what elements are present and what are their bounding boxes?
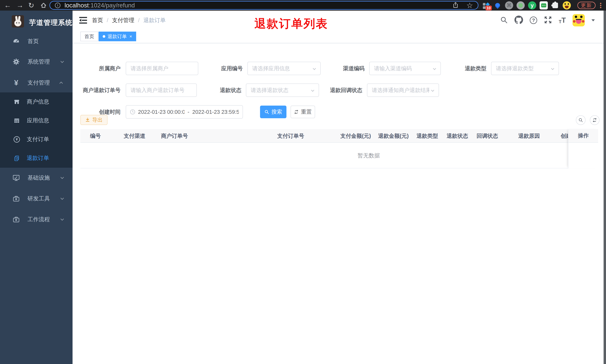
browser-menu-icon[interactable] xyxy=(600,2,602,9)
share-icon[interactable] xyxy=(452,2,459,9)
monitor-icon xyxy=(12,174,20,182)
col-refund-type: 退款类型 xyxy=(416,129,438,143)
refund-type-select[interactable] xyxy=(491,62,559,75)
breadcrumb-current: 退款订单 xyxy=(144,16,166,24)
extension-badge: 10 xyxy=(486,6,492,10)
sidebar-item-app-info[interactable]: 应用信息 xyxy=(0,111,73,130)
refresh-table-button[interactable] xyxy=(590,115,599,125)
extension-gem-icon[interactable] xyxy=(493,1,502,10)
col-callback-status: 回调状态 xyxy=(476,129,498,143)
merchant-refund-no-input[interactable] xyxy=(126,83,197,97)
table-body: 暂无数据 xyxy=(80,143,598,169)
dashboard-icon xyxy=(12,37,20,45)
address-bar[interactable]: i localhost:1024/pay/refund ☆ xyxy=(50,1,478,10)
toggle-search-button[interactable] xyxy=(576,115,586,125)
tag-refund-order[interactable]: 退款订单 × xyxy=(99,32,136,41)
empty-text: 暂无数据 xyxy=(357,152,380,159)
tag-home[interactable]: 首页 xyxy=(80,32,98,41)
bookmark-star-icon[interactable]: ☆ xyxy=(466,2,473,9)
active-dot-icon xyxy=(103,35,105,38)
sidebar-item-refund-order[interactable]: 退款订单 xyxy=(0,149,73,168)
fixed-action-column: 操作 xyxy=(568,129,598,169)
browser-back-icon[interactable]: ← xyxy=(4,0,11,11)
window-scrollbar[interactable] xyxy=(604,11,606,364)
browser-forward-icon[interactable]: → xyxy=(16,0,24,11)
app-select[interactable] xyxy=(247,62,321,75)
url-text[interactable]: localhost:1024/pay/refund xyxy=(65,2,135,9)
avatar[interactable] xyxy=(573,14,585,26)
refund-type-label: 退款类型 xyxy=(445,62,487,75)
yen-icon: ¥ xyxy=(12,79,20,86)
github-icon[interactable] xyxy=(514,16,523,25)
notify-status-select[interactable] xyxy=(367,83,439,97)
document-copy-icon xyxy=(13,155,20,161)
sidebar-item-devtools[interactable]: 研发工具 xyxy=(0,188,73,209)
browser-update-button[interactable]: 更新 xyxy=(577,2,596,9)
breadcrumb-pay[interactable]: 支付管理 xyxy=(112,16,134,24)
browser-home-icon[interactable] xyxy=(40,0,47,11)
sidebar-item-infra[interactable]: 基础设施 xyxy=(0,167,73,188)
extensions-puzzle-icon[interactable] xyxy=(551,1,560,10)
export-button[interactable]: 导出 xyxy=(80,115,107,125)
col-refund-amount: 退款金额(元) xyxy=(378,129,409,143)
sidebar-item-workflow[interactable]: 工作流程 xyxy=(0,209,73,230)
extension-emoji-icon[interactable] xyxy=(562,1,571,10)
navbar: 首页 / 支付管理 / 退款订单 ? TT xyxy=(73,11,606,30)
chevron-up-icon xyxy=(59,82,63,85)
sidebar-item-pay[interactable]: ¥ 支付管理 xyxy=(0,72,73,93)
breadcrumb-home[interactable]: 首页 xyxy=(92,16,103,24)
create-time-range-picker[interactable]: 2022-01-23 00:00:00 - 2022-01-23 23:59:5… xyxy=(126,105,243,119)
merchant-select[interactable] xyxy=(126,62,198,75)
tags-view: 首页 退款订单 × xyxy=(73,30,606,43)
range-end: 2022-01-23 23:59:59 xyxy=(192,109,239,115)
browser-reload-icon[interactable]: ↻ xyxy=(28,0,34,11)
close-tag-icon[interactable]: × xyxy=(130,34,132,39)
col-id: 编号 xyxy=(90,129,101,143)
briefcase-icon xyxy=(12,216,20,223)
refund-status-label: 退款状态 xyxy=(201,83,241,97)
sidebar-fold-icon[interactable] xyxy=(79,16,87,25)
logo-avatar-icon xyxy=(12,15,24,27)
breadcrumb: 首页 / 支付管理 / 退款订单 xyxy=(92,11,166,30)
font-size-icon[interactable]: TT xyxy=(559,16,566,24)
help-icon[interactable]: ? xyxy=(530,16,537,24)
extension-command-icon[interactable]: ⌘ xyxy=(504,1,514,10)
yen-circle-icon: ¥ xyxy=(13,136,20,143)
merchant-refund-no-label: 商户退款订单号 xyxy=(78,83,120,97)
col-refund-reason: 退款原因 xyxy=(518,129,540,143)
sidebar-item-pay-order[interactable]: ¥ 支付订单 xyxy=(0,130,73,149)
site-info-icon[interactable]: i xyxy=(55,3,60,8)
shop-icon xyxy=(13,99,20,105)
table-header: 编号 支付渠道 商户订单号 支付订单号 支付金额(元) 退款金额(元) 退款类型… xyxy=(80,129,598,143)
refresh-icon xyxy=(592,118,597,122)
page-annotation: 退款订单列表 xyxy=(254,16,328,31)
sidebar-item-home[interactable]: 首页 xyxy=(0,31,73,52)
chevron-down-icon xyxy=(60,196,64,200)
search-icon xyxy=(264,109,269,114)
avatar-caret-icon[interactable] xyxy=(592,19,595,21)
col-channel: 支付渠道 xyxy=(124,129,145,143)
extension-record-icon[interactable] xyxy=(516,1,525,10)
fullscreen-icon[interactable] xyxy=(544,16,552,25)
grid-icon xyxy=(13,117,20,124)
channel-select[interactable] xyxy=(369,62,441,75)
sidebar-item-merchant-info[interactable]: 商户信息 xyxy=(0,92,73,111)
refresh-icon xyxy=(294,109,299,114)
range-start: 2022-01-23 00:00:00 xyxy=(138,109,184,115)
chevron-down-icon xyxy=(60,60,64,63)
search-button[interactable]: 搜索 xyxy=(260,105,287,118)
sidebar-item-system[interactable]: 系统管理 xyxy=(0,51,73,72)
extension-tabs-icon[interactable]: 10 xyxy=(481,1,491,10)
extension-chat-icon[interactable] xyxy=(539,1,548,10)
reset-button[interactable]: 重置 xyxy=(290,105,315,118)
download-icon xyxy=(85,117,90,122)
col-action: 操作 xyxy=(568,129,598,143)
refund-status-select[interactable] xyxy=(246,83,319,97)
extension-y-icon[interactable]: y xyxy=(527,1,537,10)
chevron-down-icon xyxy=(60,175,64,179)
col-merchant-order-no: 商户订单号 xyxy=(161,129,188,143)
refund-table: 编号 支付渠道 商户订单号 支付订单号 支付金额(元) 退款金额(元) 退款类型… xyxy=(80,129,598,169)
header-search-icon[interactable] xyxy=(500,16,508,25)
main-area: 首页 / 支付管理 / 退款订单 ? TT 退款订单 xyxy=(73,11,606,364)
merchant-label: 所属商户 xyxy=(78,62,120,75)
